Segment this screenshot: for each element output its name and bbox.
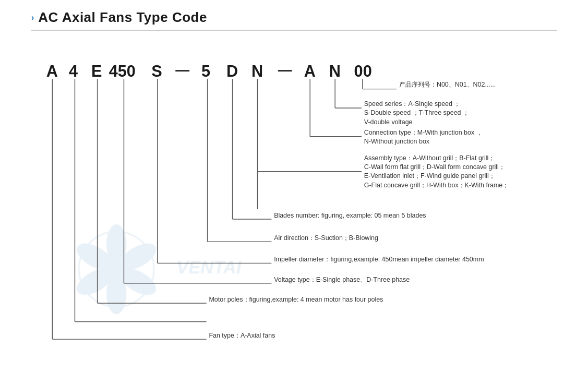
svg-text:S: S — [151, 62, 162, 80]
svg-text:00: 00 — [354, 62, 372, 80]
svg-text:G-Flat concave grill；H-With bo: G-Flat concave grill；H-With box；K-With f… — [364, 182, 509, 189]
svg-text:4: 4 — [69, 62, 78, 80]
svg-text:—: — — [278, 62, 292, 78]
svg-text:A: A — [304, 62, 316, 80]
svg-text:Voltage type：E-Single phase、D-: Voltage type：E-Single phase、D-Three phas… — [274, 276, 410, 283]
svg-text:Speed series：A-Single speed ；: Speed series：A-Single speed ； — [364, 100, 461, 107]
svg-text:V-double voltage: V-double voltage — [364, 118, 413, 126]
diagram-svg: A 4 E 450 S — 5 D N — A N 00 — [31, 40, 557, 348]
svg-text:5: 5 — [201, 62, 210, 80]
svg-text:N: N — [251, 62, 263, 80]
svg-text:S-Double speed ；T-Three speed : S-Double speed ；T-Three speed ； — [364, 109, 469, 116]
header-section: › AC Axial Fans Type Code — [31, 9, 557, 26]
svg-text:Air direction：S-Suction；B-Blow: Air direction：S-Suction；B-Blowing — [274, 234, 378, 242]
svg-text:VENTAI: VENTAI — [176, 257, 242, 277]
svg-point-20 — [109, 261, 124, 277]
chevron-icon: › — [31, 13, 34, 22]
svg-text:Assembly type：A-Without grill；: Assembly type：A-Without grill；B-Flat gri… — [364, 154, 495, 162]
svg-text:Connection type：M-With junctio: Connection type：M-With junction box ， — [364, 129, 483, 136]
svg-text:Blades number: figuring, examp: Blades number: figuring, example: 05 mea… — [274, 212, 426, 219]
title-divider — [31, 30, 557, 31]
svg-text:Motor poles：figuring,example: : Motor poles：figuring,example: 4 mean mot… — [209, 296, 383, 303]
diagram-area: A 4 E 450 S — 5 D N — A N 00 — [31, 40, 557, 348]
svg-text:产品序列号：N00、N01、N02......: 产品序列号：N00、N01、N02...... — [399, 81, 496, 88]
page-title: AC Axial Fans Type Code — [38, 9, 207, 26]
svg-text:C-Wall form flat grill；D-Wall : C-Wall form flat grill；D-Wall form conca… — [364, 163, 505, 171]
svg-text:A: A — [46, 62, 58, 80]
svg-text:N-Without junction box: N-Without junction box — [364, 138, 430, 145]
svg-text:—: — — [175, 62, 189, 78]
svg-text:E-Ventilation inlet；F-Wind gui: E-Ventilation inlet；F-Wind guide panel g… — [364, 172, 495, 179]
svg-text:D: D — [226, 62, 238, 80]
svg-text:N: N — [329, 62, 341, 80]
svg-text:Impeller diameter：figuring,exa: Impeller diameter：figuring,example: 450m… — [274, 256, 484, 263]
svg-text:Fan type：A-Axial fans: Fan type：A-Axial fans — [209, 332, 275, 339]
svg-text:E: E — [91, 62, 102, 80]
svg-text:450: 450 — [109, 62, 136, 80]
page-container: › AC Axial Fans Type Code A 4 E 450 S — … — [0, 0, 588, 371]
